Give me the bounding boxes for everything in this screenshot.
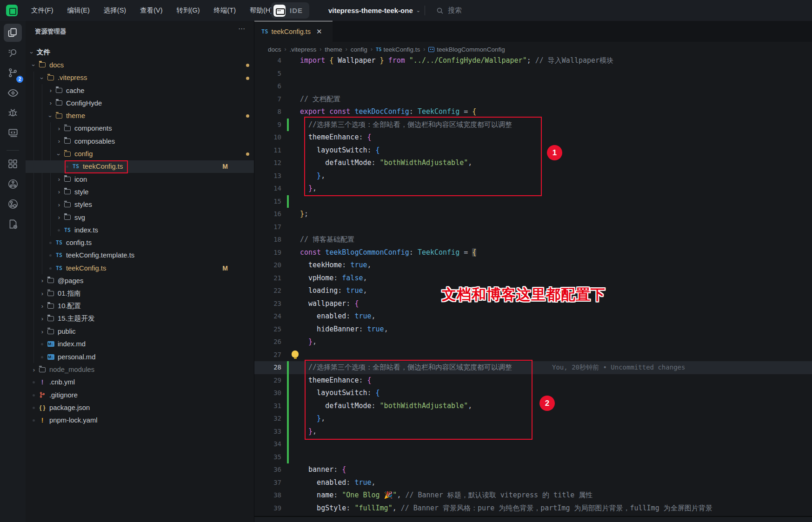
activity-item-remote-window[interactable] (4, 124, 22, 142)
tree-item-svg[interactable]: ›svg (26, 211, 254, 224)
folder-icon (46, 304, 55, 309)
chevron-down-icon: › (47, 112, 54, 120)
breadcrumb-item-3[interactable]: theme (325, 46, 342, 53)
global-search[interactable]: 搜索 (436, 0, 462, 21)
menu-item-6[interactable]: 终端(T) (206, 0, 243, 21)
breadcrumb-item-1[interactable]: docs (268, 46, 281, 53)
tab-teekconfig[interactable]: TS teekConfig.ts ✕ (254, 21, 333, 42)
tree-item-ConfigHyde[interactable]: ›ConfigHyde (26, 97, 254, 109)
chevron-down-icon: › (55, 151, 62, 158)
tree-item-15.xxxx[interactable]: ›15.主题开发 (26, 312, 254, 325)
folder-icon (63, 152, 72, 157)
activity-item-preview-eye[interactable] (4, 84, 22, 102)
tree-item-style[interactable]: ›style (26, 185, 254, 198)
indent-guide (33, 350, 34, 363)
line-number: 31 (254, 400, 281, 413)
activity-item-file-settings[interactable] (4, 215, 22, 233)
line-number: 30 (254, 387, 281, 400)
tree-item-node_modules[interactable]: ›node_modules (26, 363, 254, 376)
menu-item-1[interactable]: 文件(F) (24, 0, 60, 21)
breadcrumb-item-5[interactable]: TSteekConfig.ts (376, 46, 420, 53)
indent-guide (33, 287, 34, 300)
indent-guide (33, 185, 34, 198)
tree-item-.cnb.yml[interactable]: !.cnb.yml (26, 376, 254, 389)
tree-item-styles[interactable]: ›styles (26, 198, 254, 211)
menu-item-4[interactable]: 查看(V) (133, 0, 169, 21)
markdown-icon: M↓ (46, 341, 55, 347)
activity-item-debug-bug[interactable] (4, 104, 22, 122)
indent-guide (33, 262, 34, 274)
project-switcher[interactable]: vitepress-theme-teek-one ⌄ (328, 0, 420, 21)
activity-item-share-circle[interactable] (4, 175, 22, 193)
tree-item-xx[interactable]: ›文件 (26, 46, 254, 59)
git-added-gutter-bar (287, 438, 289, 451)
line-number: 14 (254, 182, 281, 195)
folder-icon (46, 291, 55, 296)
tree-item-public[interactable]: ›public (26, 325, 254, 338)
close-icon[interactable]: ✕ (316, 27, 322, 36)
line-number: 15 (254, 195, 281, 208)
indent-guide (42, 236, 42, 249)
tree-item-.gitignore[interactable]: .gitignore (26, 389, 254, 401)
tree-item-theme[interactable]: ›theme (26, 109, 254, 122)
code-text: }; (300, 208, 308, 221)
more-actions-icon[interactable]: ⋯ (238, 25, 246, 33)
menu-item-2[interactable]: 编辑(E) (60, 0, 97, 21)
indent-guide (33, 147, 34, 160)
tree-item-teekConfig.template.ts[interactable]: TSteekConfig.template.ts (26, 249, 254, 262)
tree-item-teekConfig.ts[interactable]: TSteekConfig.tsM (26, 262, 254, 274)
indent-guide (33, 109, 34, 122)
line-number: 19 (254, 246, 281, 259)
line-number: 33 (254, 425, 281, 438)
code-text: bgStyle: "fullImg", // Banner 背景风格：pure … (300, 502, 712, 515)
menu-item-3[interactable]: 选择(S) (97, 0, 133, 21)
menu-item-5[interactable]: 转到(G) (170, 0, 207, 21)
indent-guide (50, 147, 51, 160)
line-number: 27 (254, 349, 281, 362)
symbol-object-icon (428, 47, 434, 52)
breadcrumb-item-6[interactable]: teekBlogCommonConfig (428, 46, 505, 53)
lightbulb-icon[interactable] (292, 350, 299, 357)
chevron-down-icon: ⌄ (416, 7, 420, 13)
tree-item-index.md[interactable]: M↓index.md (26, 338, 254, 350)
tree-item-cache[interactable]: ›cache (26, 84, 254, 97)
git-icon (38, 391, 47, 398)
activity-item-search[interactable] (4, 44, 22, 62)
tree-item-10.xx[interactable]: ›10.配置 (26, 300, 254, 312)
chevron-right-icon: › (55, 188, 63, 195)
chevron-right-icon: › (39, 328, 46, 335)
tree-item-pnpm-lock.yaml[interactable]: !pnpm-lock.yaml (26, 414, 254, 427)
git-added-gutter-bar (287, 400, 289, 413)
activity-item-git-graph-circle[interactable] (4, 195, 22, 213)
tree-item-docs[interactable]: ›docs (26, 59, 254, 71)
share-circle-icon (7, 178, 19, 190)
tree-item-.vitepress[interactable]: ›.vitepress (26, 72, 254, 84)
indent-guide (33, 249, 34, 262)
breadcrumb-item-4[interactable]: config (351, 46, 367, 53)
activity-item-explorer[interactable] (4, 24, 22, 42)
tree-item-config[interactable]: ›config (26, 147, 254, 160)
indent-guide (42, 147, 42, 160)
modified-dot-badge (246, 114, 249, 118)
tree-item-teekConfig.ts[interactable]: TSteekConfig.tsM (26, 160, 254, 173)
activity-item-source-control[interactable]: 2 (4, 64, 22, 82)
tree-item-config.ts[interactable]: TSconfig.ts (26, 236, 254, 249)
tree-item-01.xx[interactable]: ›01.指南 (26, 287, 254, 300)
tree-item-index.ts[interactable]: TSindex.ts (26, 224, 254, 236)
indent-guide (33, 173, 34, 185)
code-line-7: 7// 文档配置 (254, 93, 812, 106)
tree-item-components[interactable]: ›components (26, 122, 254, 135)
tree-item-personal.md[interactable]: M↓personal.md (26, 350, 254, 363)
tree-item-@pages[interactable]: ›@pages (26, 274, 254, 287)
json-icon: { } (38, 404, 47, 411)
activity-item-extensions-grid[interactable] (4, 155, 22, 173)
tree-item-package.json[interactable]: { }package.json (26, 401, 254, 414)
chevron-right-icon: › (47, 99, 54, 106)
line-number: 36 (254, 463, 281, 476)
tree-item-composables[interactable]: ›composables (26, 135, 254, 147)
tree-item-icon[interactable]: ›icon (26, 173, 254, 185)
ide-badge[interactable]: IDE (271, 2, 309, 19)
breadcrumb-separator: › (319, 46, 321, 53)
line-number: 12 (254, 157, 281, 170)
breadcrumb-item-2[interactable]: .vitepress (290, 46, 317, 53)
